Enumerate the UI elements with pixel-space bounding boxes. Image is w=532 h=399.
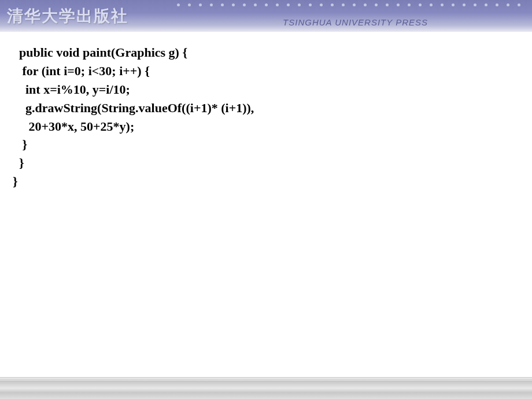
publisher-logo: 清华大学出版社	[7, 5, 128, 27]
code-line: }	[13, 154, 520, 172]
slide-content: public void paint(Graphics g) { for (int…	[0, 32, 532, 191]
code-line: 20+30*x, 50+25*y);	[13, 117, 520, 136]
code-line: }	[13, 135, 520, 154]
code-line: for (int i=0; i<30; i++) {	[13, 62, 520, 80]
slide-header: 清华大学出版社 TSINGHUA UNIVERSITY PRESS	[0, 0, 532, 32]
code-line: g.drawString(String.valueOf((i+1)* (i+1)…	[13, 99, 520, 117]
code-line: int x=i%10, y=i/10;	[13, 80, 520, 99]
header-decoration-dots	[177, 3, 520, 6]
publisher-subtitle: TSINGHUA UNIVERSITY PRESS	[283, 17, 428, 27]
code-line: }	[13, 172, 520, 191]
code-line: public void paint(Graphics g) {	[13, 43, 520, 62]
slide-footer	[0, 377, 532, 399]
